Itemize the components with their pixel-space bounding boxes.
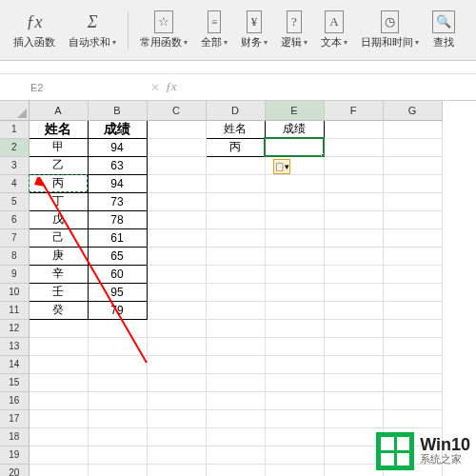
cell[interactable]: 成绩 <box>265 120 324 138</box>
cell[interactable] <box>147 120 206 138</box>
cell[interactable] <box>265 409 324 427</box>
all-functions-button[interactable]: ≡ 全部▾ <box>195 9 233 51</box>
cell[interactable] <box>206 319 265 337</box>
cell[interactable] <box>383 319 442 337</box>
cell[interactable]: 姓名 <box>29 120 88 138</box>
cell[interactable]: 丙 <box>206 138 265 156</box>
cell[interactable] <box>206 373 265 391</box>
cell[interactable]: 庚 <box>29 247 88 265</box>
cell[interactable]: 辛 <box>29 265 88 283</box>
fx-icon[interactable]: ƒx <box>166 80 176 94</box>
cell[interactable] <box>383 283 442 301</box>
cell[interactable]: 79 <box>88 301 147 319</box>
cell[interactable] <box>206 391 265 409</box>
col-header-e[interactable]: E <box>265 101 324 120</box>
cell[interactable] <box>206 228 265 247</box>
cell[interactable] <box>147 319 206 337</box>
cell[interactable] <box>147 409 206 427</box>
cell[interactable] <box>324 228 383 247</box>
cell[interactable] <box>383 373 442 391</box>
cell[interactable]: 丁 <box>29 192 88 210</box>
col-header-g[interactable]: G <box>383 101 442 120</box>
row-header[interactable]: 8 <box>0 247 29 265</box>
cell[interactable] <box>265 301 324 319</box>
cell[interactable] <box>383 355 442 373</box>
row-header[interactable]: 3 <box>0 156 29 174</box>
cell[interactable] <box>88 337 147 355</box>
cell[interactable]: 成绩 <box>88 120 147 138</box>
row-header[interactable]: 7 <box>0 228 29 247</box>
row-header[interactable]: 11 <box>0 301 29 319</box>
cell[interactable]: 65 <box>88 247 147 265</box>
cell[interactable] <box>29 427 88 446</box>
cell[interactable]: 78 <box>88 210 147 228</box>
row-header[interactable]: 15 <box>0 373 29 391</box>
cell[interactable] <box>147 265 206 283</box>
cell[interactable] <box>324 138 383 156</box>
cell[interactable] <box>29 373 88 391</box>
cell[interactable] <box>147 337 206 355</box>
cell[interactable] <box>265 373 324 391</box>
cell[interactable] <box>265 192 324 210</box>
cell[interactable] <box>265 283 324 301</box>
cell[interactable] <box>265 319 324 337</box>
cell[interactable] <box>88 391 147 409</box>
insert-function-button[interactable]: ƒx 插入函数 <box>8 9 61 51</box>
col-header-f[interactable]: F <box>324 101 383 120</box>
paste-options-icon[interactable]: 📋▾ <box>273 159 290 174</box>
text-button[interactable]: A 文本▾ <box>315 9 353 51</box>
logic-button[interactable]: ? 逻辑▾ <box>275 9 313 51</box>
row-header[interactable]: 12 <box>0 319 29 337</box>
cell[interactable]: 乙 <box>29 156 88 174</box>
row-header[interactable]: 16 <box>0 391 29 409</box>
cell[interactable] <box>206 247 265 265</box>
cell[interactable] <box>88 464 147 476</box>
cell[interactable] <box>88 409 147 427</box>
cell[interactable] <box>324 373 383 391</box>
row-header[interactable]: 19 <box>0 446 29 464</box>
cell[interactable] <box>206 174 265 192</box>
cell[interactable] <box>383 138 442 156</box>
datetime-button[interactable]: ◷ 日期和时间▾ <box>355 9 425 51</box>
row-header[interactable]: 13 <box>0 337 29 355</box>
cell[interactable] <box>147 464 206 476</box>
cell[interactable] <box>383 391 442 409</box>
col-header-c[interactable]: C <box>147 101 206 120</box>
cell[interactable] <box>147 283 206 301</box>
cell[interactable] <box>324 391 383 409</box>
cell[interactable] <box>147 138 206 156</box>
col-header-d[interactable]: D <box>206 101 265 120</box>
cell[interactable] <box>206 355 265 373</box>
cell[interactable] <box>324 301 383 319</box>
cell[interactable] <box>265 427 324 446</box>
cell[interactable] <box>324 464 383 476</box>
cell[interactable]: 73 <box>88 192 147 210</box>
cell[interactable] <box>29 409 88 427</box>
cell[interactable] <box>324 192 383 210</box>
cell[interactable]: 己 <box>29 228 88 247</box>
cell[interactable] <box>324 409 383 427</box>
finance-button[interactable]: ¥ 财务▾ <box>235 9 273 51</box>
cell[interactable] <box>383 228 442 247</box>
cell[interactable] <box>147 373 206 391</box>
col-header-a[interactable]: A <box>29 101 88 120</box>
cell[interactable]: 姓名 <box>206 120 265 138</box>
cell[interactable] <box>29 446 88 464</box>
row-header[interactable]: 9 <box>0 265 29 283</box>
cell[interactable] <box>324 120 383 138</box>
cell[interactable] <box>206 446 265 464</box>
cell[interactable] <box>265 174 324 192</box>
cell[interactable] <box>147 301 206 319</box>
cell[interactable] <box>383 174 442 192</box>
cell[interactable] <box>88 373 147 391</box>
cell[interactable] <box>383 301 442 319</box>
cancel-icon[interactable]: ✕ <box>150 81 160 94</box>
cell[interactable] <box>206 210 265 228</box>
col-header-b[interactable]: B <box>88 101 147 120</box>
cell-copied[interactable]: 丙 <box>29 174 88 192</box>
cell[interactable] <box>383 210 442 228</box>
cell[interactable]: 壬 <box>29 283 88 301</box>
cell[interactable] <box>383 247 442 265</box>
row-header[interactable]: 6 <box>0 210 29 228</box>
name-box-input[interactable] <box>0 74 166 100</box>
